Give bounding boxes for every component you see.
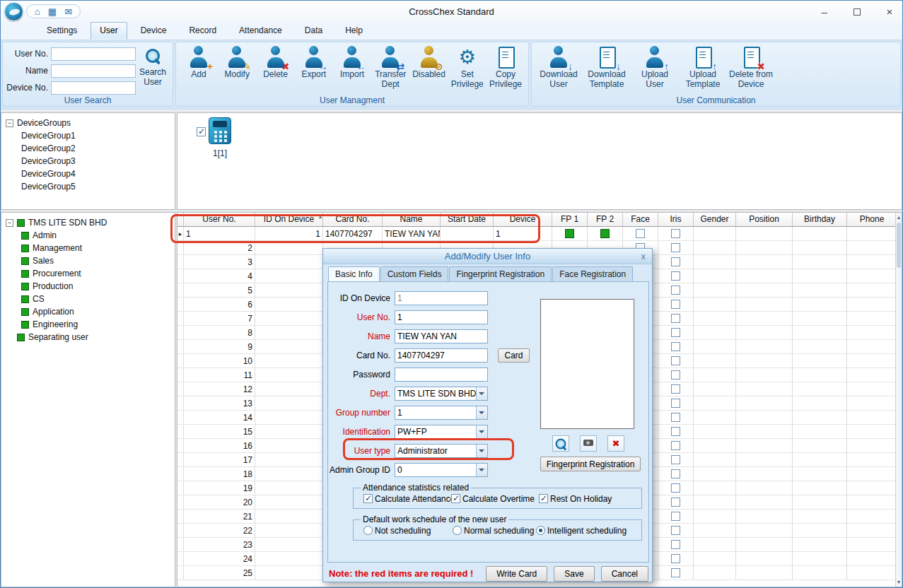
iris-checkbox[interactable]	[671, 498, 680, 507]
radio-button[interactable]	[453, 526, 462, 535]
checkbox-box[interactable]	[539, 494, 548, 503]
iris-checkbox[interactable]	[671, 384, 680, 394]
search-input-device-no[interactable]	[51, 81, 136, 95]
iris-checkbox[interactable]	[671, 243, 680, 252]
tree-item-cs[interactable]: CS	[1, 293, 175, 305]
tree-item-management[interactable]: Management	[1, 242, 175, 254]
ribbon-button-disabled[interactable]: ⊘Disabled	[411, 44, 448, 98]
iris-checkbox[interactable]	[671, 271, 680, 281]
fingerprint-registration-button[interactable]: Fingerprint Registration	[540, 457, 641, 471]
column-header-start-date[interactable]: Start Date	[441, 213, 494, 226]
ribbon-button-delete-from-device[interactable]: ✖Delete from Device	[728, 44, 774, 98]
iris-checkbox[interactable]	[671, 229, 680, 238]
tab-device[interactable]: Device	[132, 22, 176, 40]
tree-root-devicegroups[interactable]: −DeviceGroups	[1, 117, 175, 129]
search-input-user-no[interactable]	[51, 47, 136, 61]
ribbon-button-modify[interactable]: ✎Modify	[219, 44, 255, 98]
ribbon-button-upload-template[interactable]: ↑Upload Template	[680, 44, 726, 98]
iris-checkbox[interactable]	[671, 469, 680, 478]
chevron-down-icon[interactable]	[476, 387, 487, 400]
minimize-button[interactable]: –	[819, 6, 830, 17]
iris-checkbox[interactable]	[671, 413, 680, 422]
photo-camera-button[interactable]	[580, 435, 597, 452]
column-header-position[interactable]: Position	[736, 213, 793, 226]
field-name[interactable]	[395, 329, 488, 343]
tree-root-tms-lite-sdn-bhd[interactable]: −TMS LITE SDN BHD	[1, 216, 175, 229]
tree-item-engineering[interactable]: Engineering	[1, 318, 175, 331]
checkbox-box[interactable]	[451, 494, 460, 503]
tree-item-admin[interactable]: Admin	[1, 229, 175, 242]
ribbon-button-upload-user[interactable]: ↑Upload User	[632, 44, 677, 98]
column-header-device[interactable]: Device	[494, 213, 552, 226]
iris-checkbox[interactable]	[671, 314, 680, 323]
tree-item-production[interactable]: Production	[1, 280, 175, 293]
ribbon-button-download-template[interactable]: ↓Download Template	[584, 44, 629, 98]
field-admin-group-id[interactable]: 0	[395, 463, 488, 477]
column-header-fp-2[interactable]: FP 2	[588, 213, 623, 226]
column-header-iris[interactable]: Iris	[658, 213, 694, 226]
field-id-on-device[interactable]	[395, 291, 488, 305]
iris-checkbox[interactable]	[671, 526, 680, 535]
iris-checkbox[interactable]	[671, 370, 680, 380]
ribbon-button-import[interactable]: ←Import	[334, 44, 371, 98]
iris-checkbox[interactable]	[671, 399, 680, 408]
iris-checkbox[interactable]	[671, 300, 680, 309]
collapse-icon[interactable]: −	[6, 119, 13, 127]
iris-checkbox[interactable]	[671, 512, 680, 521]
modules-icon[interactable]: ▦	[48, 7, 57, 16]
photo-zoom-button[interactable]	[552, 435, 569, 452]
ribbon-button-delete[interactable]: ✖Delete	[257, 44, 294, 98]
tab-settings[interactable]: Settings	[37, 22, 86, 40]
field-user-no[interactable]	[395, 310, 488, 324]
tree-item-procurement[interactable]: Procurement	[1, 267, 175, 280]
tree-item-sales[interactable]: Sales	[1, 254, 175, 267]
column-header-user-no[interactable]: User No.	[184, 213, 255, 226]
dialog-tab-basic-info[interactable]: Basic Info	[328, 266, 380, 281]
device-icon[interactable]	[209, 117, 231, 144]
search-user-button[interactable]: Search User	[135, 45, 170, 96]
iris-checkbox[interactable]	[671, 286, 680, 295]
dialog-tab-face-registration[interactable]: Face Registration	[552, 266, 633, 281]
tree-item-devicegroup4[interactable]: DeviceGroup4	[1, 167, 175, 180]
dialog-tab-fingerprint-registration[interactable]: Fingerprint Registration	[449, 266, 552, 281]
iris-checkbox[interactable]	[671, 483, 680, 493]
radio-normal-scheduling[interactable]: Normal scheduling	[453, 525, 534, 536]
tab-data[interactable]: Data	[296, 22, 332, 40]
iris-checkbox[interactable]	[671, 328, 680, 337]
chevron-down-icon[interactable]	[476, 406, 487, 419]
button-write-card[interactable]: Write Card	[486, 566, 547, 582]
field-identification[interactable]: PW+FP	[395, 425, 488, 439]
column-header-gender[interactable]: Gender	[694, 213, 736, 226]
search-input-name[interactable]	[51, 64, 136, 78]
column-header-card-no[interactable]: Card No.	[323, 213, 383, 226]
scroll-down-icon[interactable]: ▼	[896, 577, 902, 587]
scroll-up-icon[interactable]: ▲	[896, 213, 902, 222]
face-checkbox[interactable]	[636, 229, 645, 238]
tab-attendance[interactable]: Attendance	[230, 22, 291, 40]
device-select-checkbox[interactable]	[197, 127, 206, 136]
button-cancel[interactable]: Cancel	[601, 566, 648, 582]
radio-intelligent-scheduling[interactable]: Intelligent scheduling	[536, 525, 627, 536]
card-button[interactable]: Card	[498, 348, 530, 363]
radio-not-scheduling[interactable]: Not scheduling	[363, 525, 431, 536]
ribbon-button-set-privilege[interactable]: ⚙Set Privilege	[449, 44, 486, 98]
iris-checkbox[interactable]	[671, 427, 680, 436]
collapse-icon[interactable]: −	[6, 219, 13, 227]
ribbon-button-transfer-dept[interactable]: ⇄Transfer Dept	[372, 44, 409, 98]
ribbon-button-export[interactable]: →Export	[296, 44, 332, 98]
ribbon-button-add[interactable]: +Add	[180, 44, 217, 98]
iris-checkbox[interactable]	[671, 554, 680, 563]
tree-item-separating-user[interactable]: Separating user	[1, 331, 175, 343]
close-button[interactable]: ×	[884, 6, 895, 17]
iris-checkbox[interactable]	[671, 356, 680, 365]
chevron-down-icon[interactable]	[476, 425, 487, 438]
field-group-number[interactable]: 1	[395, 406, 488, 420]
table-row[interactable]: ▸111407704297TIEW YAN YAN1	[177, 227, 897, 241]
field-password[interactable]	[395, 368, 488, 382]
home-icon[interactable]: ⌂	[35, 7, 40, 16]
ribbon-button-download-user[interactable]: ↓Download User	[536, 44, 581, 98]
checkbox-calculate-attendance[interactable]: Calculate Attendance	[363, 493, 455, 504]
tree-item-application[interactable]: Application	[1, 305, 175, 318]
iris-checkbox[interactable]	[671, 441, 680, 450]
iris-checkbox[interactable]	[671, 568, 680, 577]
